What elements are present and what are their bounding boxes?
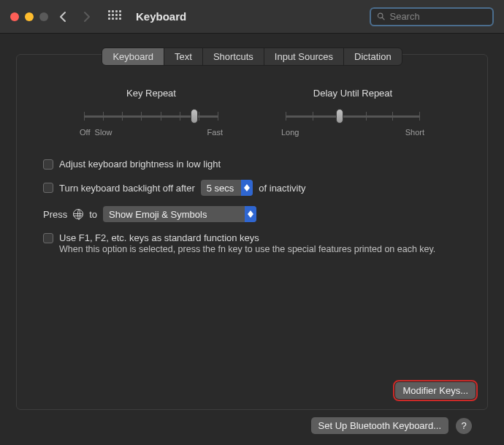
globe-action-select[interactable]: Show Emoji & Symbols xyxy=(103,206,256,222)
tab-shortcuts[interactable]: Shortcuts xyxy=(203,48,264,65)
show-all-icon[interactable] xyxy=(108,10,121,23)
key-repeat-thumb[interactable] xyxy=(191,109,198,123)
backlight-duration-select[interactable]: 5 secs xyxy=(201,180,253,196)
key-repeat-fast: Fast xyxy=(207,128,223,137)
tab-text[interactable]: Text xyxy=(164,48,203,65)
delay-label: Delay Until Repeat xyxy=(280,88,426,99)
stepper-arrows-icon xyxy=(245,206,256,222)
key-repeat-slow: Slow xyxy=(95,128,112,137)
delay-block: Delay Until Repeat Long Short xyxy=(280,88,426,137)
bluetooth-keyboard-button[interactable]: Set Up Bluetooth Keyboard... xyxy=(311,417,448,434)
search-field[interactable] xyxy=(370,7,494,26)
backlight-off-checkbox[interactable] xyxy=(43,183,53,193)
minimize-icon[interactable] xyxy=(25,12,34,21)
delay-thumb[interactable] xyxy=(336,109,343,123)
key-repeat-label: Key Repeat xyxy=(78,88,224,99)
globe-action-value: Show Emoji & Symbols xyxy=(103,208,245,221)
settings-panel: Keyboard Text Shortcuts Input Sources Di… xyxy=(16,54,488,410)
tab-dictation[interactable]: Dictation xyxy=(344,48,402,65)
forward-button xyxy=(77,8,95,26)
backlight-duration-value: 5 secs xyxy=(201,181,242,195)
backlight-off-prefix: Turn keyboard backlight off after xyxy=(59,183,195,194)
titlebar: Keyboard xyxy=(0,0,504,34)
key-repeat-off: Off xyxy=(80,128,90,137)
tab-input-sources[interactable]: Input Sources xyxy=(264,48,344,65)
fn-keys-subtext: When this option is selected, press the … xyxy=(59,243,461,256)
svg-line-1 xyxy=(382,18,384,20)
press-globe-mid: to xyxy=(89,209,97,220)
tab-bar: Keyboard Text Shortcuts Input Sources Di… xyxy=(17,47,487,66)
window-controls xyxy=(10,12,48,21)
key-repeat-slider[interactable] xyxy=(84,109,218,123)
adjust-brightness-label: Adjust keyboard brightness in low light xyxy=(59,159,221,170)
help-button[interactable]: ? xyxy=(456,418,472,434)
back-button[interactable] xyxy=(54,8,72,26)
delay-short: Short xyxy=(405,128,424,137)
press-globe-prefix: Press xyxy=(43,209,67,220)
delay-long: Long xyxy=(281,128,299,137)
key-repeat-block: Key Repeat Off Slow Fast xyxy=(78,88,224,137)
search-icon xyxy=(377,12,385,21)
adjust-brightness-checkbox[interactable] xyxy=(43,159,53,170)
fn-keys-checkbox[interactable] xyxy=(43,233,53,243)
delay-slider[interactable] xyxy=(286,109,420,123)
tab-keyboard[interactable]: Keyboard xyxy=(102,48,164,65)
window-title: Keyboard xyxy=(136,10,186,23)
zoom-icon xyxy=(39,12,48,21)
globe-icon xyxy=(73,209,83,219)
backlight-off-suffix: of inactivity xyxy=(259,183,305,194)
fn-keys-label: Use F1, F2, etc. keys as standard functi… xyxy=(59,232,259,243)
modifier-keys-button[interactable]: Modifier Keys... xyxy=(395,382,476,399)
search-input[interactable] xyxy=(389,11,486,22)
stepper-arrows-icon xyxy=(241,180,253,196)
close-icon[interactable] xyxy=(10,12,19,21)
content: Keyboard Text Shortcuts Input Sources Di… xyxy=(0,34,504,445)
